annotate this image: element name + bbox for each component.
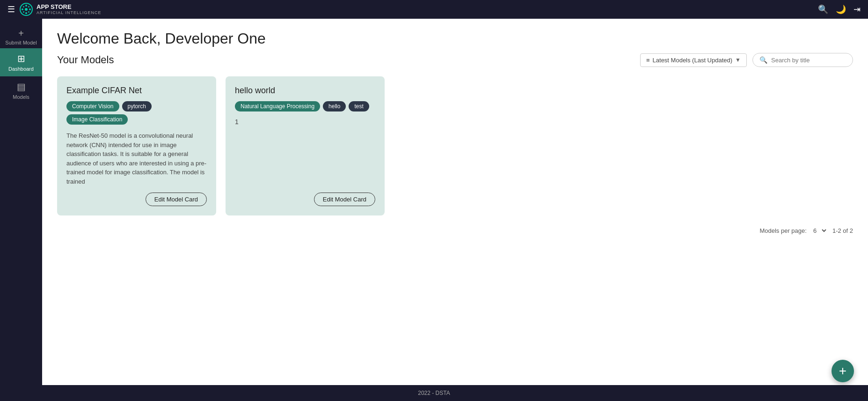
submit-model-label: Submit Model [5,40,36,45]
tag-nlp[interactable]: Natural Language Processing [235,101,320,111]
top-navbar: ☰ APP STORE ARTIFICIAL INTELLIGENCE 🔍 🌙 [0,0,868,19]
logo-subtitle: ARTIFICIAL INTELLIGENCE [36,10,102,15]
card-number-1: 1 [235,118,375,126]
svg-point-2 [25,5,27,7]
search-box: 🔍 [752,53,853,67]
section-title: Your Models [57,54,114,66]
main-content: Welcome Back, Developer One Your Models … [42,19,868,385]
models-icon: ▤ [17,81,26,92]
svg-point-5 [29,8,31,10]
footer-text: 2022 - DSTA [418,390,450,396]
welcome-title: Welcome Back, Developer One [57,30,853,47]
filter-lines-icon: ≡ [646,57,650,64]
tag-test[interactable]: test [349,101,369,111]
sort-label: Latest Models (Last Updated) [653,57,733,64]
section-header: Your Models ≡ Latest Models (Last Update… [57,53,853,67]
sidebar: + Submit Model ⊞ Dashboard ▤ Models [0,19,42,385]
tag-computer-vision[interactable]: Computer Vision [66,101,119,111]
hamburger-icon[interactable]: ☰ [7,4,15,15]
pagination-row: Models per page: 6 12 24 1-2 of 2 [57,227,853,235]
sort-dropdown[interactable]: ≡ Latest Models (Last Updated) ▼ [640,53,747,67]
svg-point-3 [25,12,27,14]
app-logo: APP STORE ARTIFICIAL INTELLIGENCE [20,3,102,16]
tag-image-classification[interactable]: Image Classification [66,114,128,125]
sidebar-item-submit-model[interactable]: + Submit Model [0,22,42,48]
search-nav-icon[interactable]: 🔍 [818,4,828,15]
models-grid: Example CIFAR Net Computer Vision pytorc… [57,76,853,215]
chevron-down-icon: ▼ [735,57,741,63]
tag-hello[interactable]: hello [323,101,346,111]
theme-toggle-icon[interactable]: 🌙 [836,4,846,15]
dashboard-label: Dashboard [8,66,34,72]
svg-point-9 [28,11,29,13]
dashboard-icon: ⊞ [17,53,25,64]
search-input[interactable] [771,57,846,64]
sidebar-item-models[interactable]: ▤ Models [0,76,42,104]
card-tags-1: Natural Language Processing hello test [235,101,375,111]
tag-pytorch[interactable]: pytorch [122,101,152,111]
model-card-1: hello world Natural Language Processing … [226,76,385,215]
edit-model-card-button-1[interactable]: Edit Model Card [314,193,375,206]
card-title-1: hello world [235,86,375,96]
logout-icon[interactable]: ⇥ [853,4,861,15]
fab-add-button[interactable]: + [832,360,854,382]
per-page-select[interactable]: 6 12 24 [811,227,828,235]
logo-icon [20,3,33,16]
plus-icon: + [18,28,24,39]
per-page-label: Models per page: [759,227,806,234]
svg-point-8 [23,11,24,13]
svg-point-1 [25,8,28,11]
svg-point-4 [22,8,23,10]
sidebar-item-dashboard[interactable]: ⊞ Dashboard [0,48,42,76]
model-card-0: Example CIFAR Net Computer Vision pytorc… [57,76,216,215]
card-tags-0: Computer Vision pytorch Image Classifica… [66,101,207,125]
section-controls: ≡ Latest Models (Last Updated) ▼ 🔍 [640,53,853,67]
search-icon: 🔍 [759,56,767,64]
card-title-0: Example CIFAR Net [66,86,207,96]
svg-point-7 [28,6,29,7]
card-description-0: The ResNet-50 model is a convolutional n… [66,131,207,186]
footer: 2022 - DSTA [0,385,868,401]
edit-model-card-button-0[interactable]: Edit Model Card [146,193,207,206]
svg-point-6 [23,6,24,7]
models-label: Models [13,94,29,100]
logo-text: APP STORE [36,4,102,10]
pagination-range: 1-2 of 2 [832,227,853,234]
